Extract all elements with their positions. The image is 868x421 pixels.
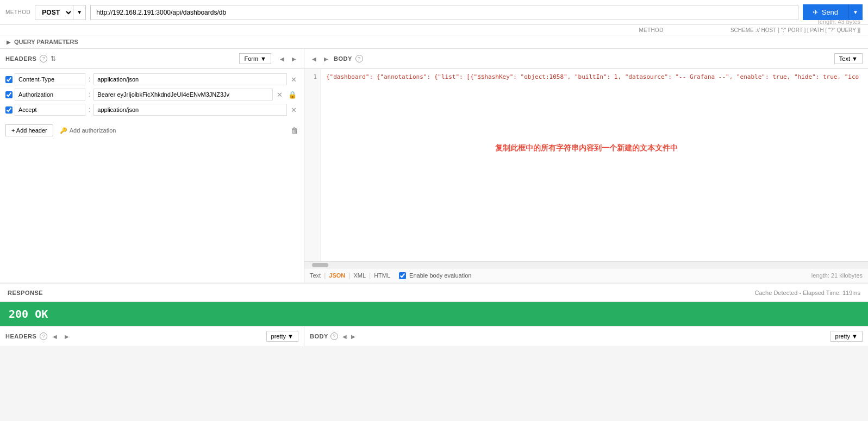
pretty-dropdown-btn[interactable]: pretty ▼ bbox=[266, 331, 298, 342]
footer-text-link[interactable]: Text bbox=[310, 272, 321, 279]
response-body-collapse-right[interactable]: ▶ bbox=[349, 332, 358, 341]
horizontal-scrollbar[interactable] bbox=[304, 261, 868, 268]
body-size-info: length: 21 kilobytes bbox=[811, 272, 863, 279]
response-body-info-icon[interactable]: ? bbox=[330, 332, 338, 340]
text-dropdown-arrow: ▼ bbox=[852, 55, 858, 62]
colon-sep-1: : bbox=[88, 76, 91, 83]
form-dropdown-btn[interactable]: Form ▼ bbox=[239, 53, 271, 64]
header-delete-1[interactable]: ✕ bbox=[289, 74, 298, 85]
pretty-arrow-icon: ▼ bbox=[288, 333, 294, 340]
response-title: RESPONSE bbox=[8, 290, 43, 296]
header-row-3: : ✕ bbox=[5, 104, 298, 116]
url-input[interactable] bbox=[90, 5, 798, 20]
left-collapse-left-icon[interactable]: ◀ bbox=[278, 55, 286, 63]
pretty-label: pretty bbox=[271, 333, 286, 340]
form-arrow-icon: ▼ bbox=[260, 55, 266, 62]
form-label: Form bbox=[244, 55, 258, 62]
method-select[interactable]: POST bbox=[35, 5, 73, 20]
add-auth-button[interactable]: 🔑 Add authorization bbox=[60, 127, 116, 134]
header-delete-2[interactable]: ✕ bbox=[275, 90, 284, 100]
lock-icon: 🔑 bbox=[60, 127, 67, 134]
send-button[interactable]: ✈ Send bbox=[803, 4, 848, 20]
send-label: Send bbox=[822, 8, 838, 16]
body-collapse-right-icon[interactable]: ▶ bbox=[322, 55, 330, 63]
status-text: 200 OK bbox=[9, 307, 48, 321]
response-headers-title: HEADERS bbox=[5, 333, 36, 340]
colon-sep-3: : bbox=[88, 106, 91, 114]
enable-body-label: Enable body evaluation bbox=[409, 272, 471, 279]
add-auth-label: Add authorization bbox=[70, 127, 116, 134]
header-key-2[interactable] bbox=[15, 89, 85, 100]
header-delete-3[interactable]: ✕ bbox=[289, 105, 298, 115]
footer-json-link[interactable]: JSON bbox=[329, 272, 345, 279]
header-row-2: : ✕ 🔒 bbox=[5, 89, 298, 100]
headers-info-icon[interactable]: ? bbox=[40, 55, 47, 62]
header-value-1[interactable] bbox=[93, 73, 287, 85]
line-numbers: 1 bbox=[304, 69, 321, 261]
header-value-2[interactable] bbox=[93, 89, 273, 100]
footer-html-link[interactable]: HTML bbox=[374, 272, 390, 279]
method-dropdown-btn[interactable]: ▼ bbox=[73, 5, 86, 20]
method-label: METHOD bbox=[5, 9, 30, 15]
response-headers-collapse-right[interactable]: ▶ bbox=[63, 332, 71, 341]
send-icon: ✈ bbox=[813, 8, 819, 16]
delete-all-icon[interactable]: 🗑 bbox=[291, 126, 298, 135]
code-snippet[interactable]: {"dashboard": {"annotations": {"list": [… bbox=[321, 69, 868, 261]
response-headers-info-icon[interactable]: ? bbox=[40, 332, 47, 340]
footer-xml-link[interactable]: XML bbox=[353, 272, 366, 279]
query-params-arrow[interactable]: ▶ bbox=[7, 39, 11, 45]
response-body-collapse-left[interactable]: ◀ bbox=[340, 332, 349, 341]
headers-title: HEADERS bbox=[5, 55, 36, 62]
header-checkbox-3[interactable] bbox=[5, 106, 13, 114]
header-key-1[interactable] bbox=[15, 73, 85, 85]
query-params-label[interactable]: QUERY PARAMETERS bbox=[14, 39, 78, 45]
scheme-label: SCHEME :// HOST [ ":" PORT ] [ PATH [ "?… bbox=[730, 27, 860, 33]
text-dropdown-btn[interactable]: Text ▼ bbox=[834, 53, 863, 64]
body-collapse-left-icon[interactable]: ◀ bbox=[310, 55, 319, 63]
header-row-1: : ✕ bbox=[5, 73, 298, 85]
body-pretty-label: pretty bbox=[835, 333, 851, 340]
body-pretty-arrow-icon: ▼ bbox=[852, 333, 858, 340]
colon-sep-2: : bbox=[88, 91, 91, 98]
scrollbar-thumb bbox=[312, 263, 328, 267]
header-checkbox-1[interactable] bbox=[5, 76, 13, 83]
header-value-3[interactable] bbox=[93, 104, 287, 116]
body-info-icon[interactable]: ? bbox=[355, 55, 363, 62]
line-number-1: 1 bbox=[308, 73, 317, 80]
body-title: BODY bbox=[334, 55, 352, 62]
header-checkbox-2[interactable] bbox=[5, 91, 13, 98]
header-lock-2[interactable]: 🔒 bbox=[286, 90, 298, 100]
add-header-button[interactable]: + Add header bbox=[5, 124, 53, 136]
response-body-title: BODY bbox=[310, 333, 328, 340]
send-dropdown-btn[interactable]: ▼ bbox=[848, 4, 863, 20]
body-pretty-dropdown-btn[interactable]: pretty ▼ bbox=[830, 331, 863, 342]
enable-body-checkbox[interactable] bbox=[399, 272, 406, 279]
response-headers-collapse-left[interactable]: ◀ bbox=[51, 332, 59, 341]
headers-sort-icon[interactable]: ⇅ bbox=[51, 55, 56, 62]
header-key-3[interactable] bbox=[15, 104, 85, 116]
text-dropdown-label: Text bbox=[839, 55, 850, 62]
cache-info: Cache Detected - Elapsed Time: 119ms bbox=[755, 290, 860, 296]
left-collapse-right-icon[interactable]: ▶ bbox=[290, 55, 298, 63]
method-label-top: METHOD bbox=[639, 27, 663, 33]
